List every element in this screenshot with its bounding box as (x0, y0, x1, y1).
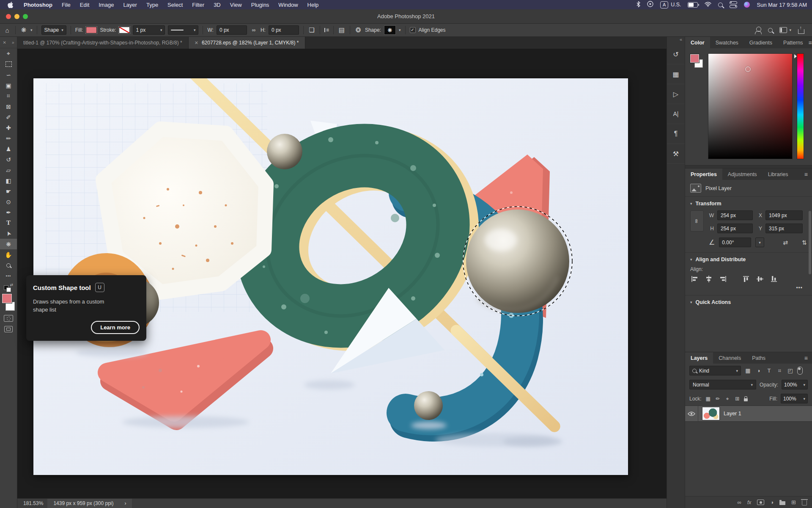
flip-horizontal-button[interactable]: ⇄ (783, 239, 788, 246)
zoom-level[interactable]: 181.53% (23, 500, 43, 506)
align-top-edges-button[interactable] (743, 276, 750, 282)
align-section-header[interactable]: ▾ Align and Distribute (685, 253, 812, 265)
lock-position-button[interactable]: ⌖ (724, 396, 731, 402)
shape-width-field[interactable]: 0 px (217, 25, 247, 35)
foreground-color-swatch[interactable] (2, 294, 12, 303)
pen-tool[interactable]: ✒ (0, 207, 17, 218)
align-right-edges-button[interactable] (719, 276, 727, 282)
screen-mirroring-icon[interactable] (647, 1, 653, 8)
share-icon[interactable] (798, 29, 804, 34)
align-more-button[interactable]: ••• (685, 283, 812, 295)
align-left-edges-button[interactable] (691, 276, 699, 282)
menu-filter[interactable]: Filter (187, 2, 209, 8)
tab-properties[interactable]: Properties (685, 168, 722, 180)
clone-stamp-tool[interactable]: ♟ (0, 144, 17, 154)
brush-tool[interactable]: ✏ (0, 133, 17, 144)
menu-image[interactable]: Image (94, 2, 118, 8)
menu-photoshop[interactable]: Photoshop (19, 2, 57, 8)
home-button[interactable]: ⌂ (3, 27, 11, 34)
transform-section-header[interactable]: ▾ Transform (685, 197, 812, 210)
menu-3d[interactable]: 3D (209, 2, 225, 8)
y-field[interactable]: 315 px (765, 224, 803, 233)
filter-shape-layers-button[interactable]: ⌗ (776, 367, 783, 374)
lock-transparent-pixels-button[interactable]: ▦ (705, 396, 711, 402)
menu-select[interactable]: Select (163, 2, 187, 8)
paragraph-panel-icon[interactable]: ¶ (667, 124, 685, 144)
eyedropper-tool[interactable]: ✐ (0, 112, 17, 122)
properties-scrollbar[interactable] (809, 211, 811, 274)
layer-visibility-toggle[interactable] (685, 406, 698, 421)
zoom-tool[interactable] (0, 260, 17, 271)
rotation-field[interactable]: 0.00° (719, 237, 751, 247)
battery-icon[interactable] (688, 2, 698, 8)
frame-tool[interactable]: ⊠ (0, 101, 17, 112)
object-selection-tool[interactable]: ▣ (0, 80, 17, 91)
menubar-clock[interactable]: Sun Mar 17 9:58 AM (757, 2, 807, 8)
hue-marker[interactable] (794, 54, 797, 58)
tool-mode-select[interactable]: Shape ▾ (41, 25, 66, 35)
tab-layers[interactable]: Layers (685, 352, 713, 364)
stroke-width-select[interactable]: 1 px ▾ (133, 25, 165, 35)
foreground-swatch[interactable] (690, 54, 699, 63)
quick-actions-header[interactable]: ▾ Quick Actions (685, 295, 812, 308)
layer-name[interactable]: Layer 1 (724, 411, 741, 417)
color-panel-swatches[interactable] (689, 53, 704, 70)
height-field[interactable]: 254 px (717, 224, 753, 233)
menu-window[interactable]: Window (274, 2, 302, 8)
account-icon[interactable] (756, 27, 761, 32)
stroke-swatch[interactable] (119, 27, 130, 33)
background-color-swatch[interactable] (5, 302, 15, 311)
lock-all-button[interactable] (744, 398, 748, 401)
rotation-dropdown[interactable]: ▾ (755, 237, 764, 247)
apple-icon[interactable] (8, 2, 13, 8)
search-icon[interactable] (768, 28, 773, 33)
tab-channels[interactable]: Channels (713, 352, 746, 364)
layer-filter-kind-select[interactable]: Kind ▾ (689, 366, 741, 375)
tool-presets-panel-icon[interactable]: ⚒ (667, 144, 685, 164)
tab-close-icon[interactable]: ✕ (195, 40, 198, 46)
filter-adjustment-layers-button[interactable]: ◑ (755, 367, 762, 374)
edit-toolbar-button[interactable]: ••• (0, 271, 17, 281)
opacity-field[interactable]: 100% ▾ (782, 380, 808, 389)
character-panel-icon[interactable]: A| (667, 104, 685, 124)
tab-6207728-eps[interactable]: ✕ 6207728.eps @ 182% (Layer 1, CMYK/8) * (189, 37, 305, 49)
flip-vertical-button[interactable]: ⇅ (802, 239, 807, 246)
bluetooth-icon[interactable] (636, 1, 640, 8)
screen-mode-button[interactable] (4, 326, 13, 332)
layers-panel-menu-icon[interactable]: ≡ (804, 352, 812, 364)
tab-swatches[interactable]: Swatches (710, 37, 744, 48)
align-bottom-edges-button[interactable] (771, 276, 778, 282)
link-layers-button[interactable]: ∞ (738, 499, 741, 505)
shape-picker-chevron[interactable]: ▾ (399, 28, 401, 32)
siri-icon[interactable] (744, 2, 750, 8)
color-panel-menu-icon[interactable]: ≡ (809, 37, 812, 48)
learn-more-button[interactable]: Learn more (91, 321, 140, 334)
lasso-tool[interactable]: ∽ (0, 69, 17, 80)
filter-smart-objects-button[interactable]: ◰ (787, 367, 794, 374)
fill-swatch[interactable] (86, 27, 97, 33)
shape-picker-thumbnail[interactable]: ❋ (384, 25, 396, 35)
input-source-icon[interactable]: A (660, 1, 668, 8)
default-colors-widget[interactable]: ⇄ (4, 284, 13, 291)
path-operations-button[interactable]: ❏ (308, 26, 315, 34)
menu-layer[interactable]: Layer (118, 2, 142, 8)
align-edges-checkbox[interactable]: ✓ (410, 27, 416, 33)
stroke-type-select[interactable]: ▾ (168, 25, 198, 35)
toolbar-expand-icon[interactable]: » (12, 40, 14, 45)
layer-style-button[interactable]: fx (747, 500, 751, 505)
hand-tool[interactable]: ✋ (0, 249, 17, 260)
move-tool[interactable]: ⌖ (0, 48, 17, 59)
layer-filter-toggle[interactable] (797, 367, 803, 375)
menu-plugins[interactable]: Plugins (247, 2, 274, 8)
crop-tool[interactable]: ⌗ (0, 91, 17, 101)
canvas-viewport[interactable] (17, 49, 667, 498)
align-vertical-centers-button[interactable] (757, 276, 764, 282)
wifi-icon[interactable] (705, 2, 711, 8)
link-dimensions-icon[interactable]: ∞ (250, 27, 258, 33)
control-center-icon[interactable] (730, 1, 737, 8)
lock-image-pixels-button[interactable]: ✏ (715, 396, 721, 402)
status-chevron-icon[interactable]: › (124, 500, 126, 506)
dodge-tool[interactable]: ⊙ (0, 196, 17, 207)
new-adjustment-layer-button[interactable]: ◑ (770, 499, 774, 505)
healing-brush-tool[interactable]: ✚ (0, 122, 17, 133)
